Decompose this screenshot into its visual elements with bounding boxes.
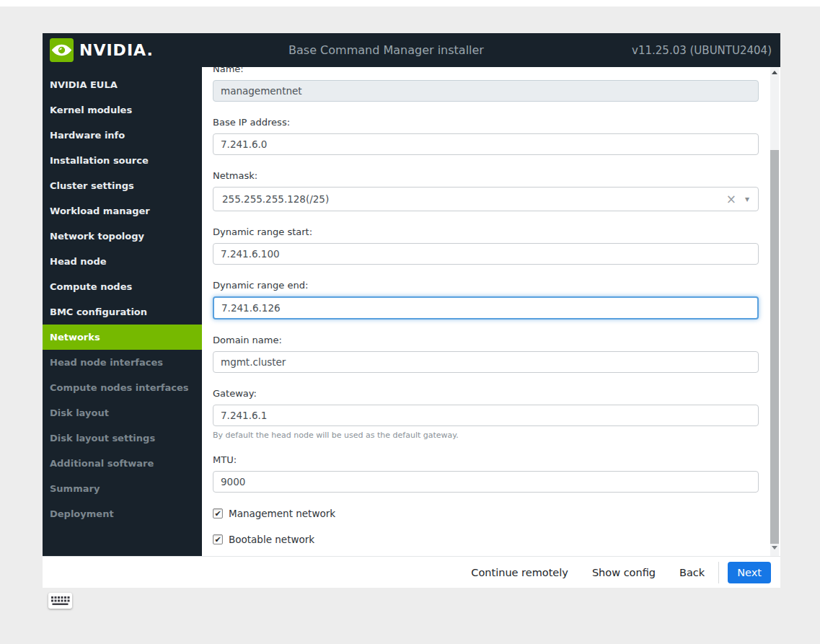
clear-icon[interactable]: × [726, 193, 736, 206]
name-input [213, 80, 759, 102]
app-version: v11.25.03 (UBUNTU2404) [632, 44, 772, 57]
mtu-label: MTU: [213, 454, 759, 465]
netmask-value: 255.255.255.128(/25) [222, 193, 726, 205]
field-dynamic-range-end: Dynamic range end: [213, 280, 759, 319]
dynamic-range-end-input[interactable] [213, 296, 759, 319]
management-network-checkbox[interactable]: ✔ [213, 508, 223, 519]
header-bar: NVIDIA. Base Command Manager installer v… [43, 33, 780, 67]
sidebar-item-summary[interactable]: Summary [43, 476, 202, 501]
scrollbar-thumb[interactable] [770, 150, 779, 544]
sidebar-item-head-node-interfaces[interactable]: Head node interfaces [43, 350, 202, 375]
chevron-down-icon[interactable]: ▾ [745, 195, 749, 203]
gateway-input[interactable] [213, 405, 759, 426]
field-gateway: Gateway: By default the head node will b… [213, 388, 759, 440]
bootable-network-label: Bootable network [229, 534, 314, 545]
domain-name-label: Domain name: [213, 335, 759, 345]
sidebar-item-deployment[interactable]: Deployment [43, 501, 202, 526]
sidebar-item-workload-manager[interactable]: Workload manager [43, 198, 202, 224]
bootable-network-checkbox[interactable]: ✔ [213, 534, 223, 544]
footer-bar: Continue remotely Show config Back Next [43, 556, 780, 588]
sidebar-item-head-node[interactable]: Head node [43, 249, 202, 274]
vertical-scrollbar[interactable] [770, 67, 779, 556]
continue-remotely-button[interactable]: Continue remotely [471, 567, 568, 578]
gateway-helper-text: By default the head node will be used as… [213, 431, 759, 440]
page-top-strip [0, 0, 820, 6]
name-label: Name: [213, 67, 759, 74]
dynamic-range-start-input[interactable] [213, 243, 759, 265]
scroll-up-icon[interactable] [772, 71, 777, 74]
dynamic-range-end-label: Dynamic range end: [213, 280, 759, 291]
domain-name-input[interactable] [213, 351, 759, 373]
field-domain-name: Domain name: [213, 335, 759, 373]
sidebar-item-kernel-modules[interactable]: Kernel modules [43, 97, 202, 123]
sidebar-item-hardware-info[interactable]: Hardware info [43, 123, 202, 148]
sidebar-nav: NVIDIA EULA Kernel modules Hardware info… [43, 67, 202, 556]
netmask-select[interactable]: 255.255.255.128(/25) × ▾ [213, 187, 759, 211]
netmask-label: Netmask: [213, 170, 759, 181]
footer-divider [718, 562, 719, 583]
sidebar-item-network-topology[interactable]: Network topology [43, 224, 202, 249]
sidebar-item-installation-source[interactable]: Installation source [43, 148, 202, 173]
nvidia-logo: NVIDIA. [50, 38, 154, 62]
sidebar-item-disk-layout[interactable]: Disk layout [43, 400, 202, 425]
nvidia-wordmark: NVIDIA. [79, 41, 154, 59]
scroll-down-icon[interactable] [772, 546, 777, 550]
management-network-label: Management network [229, 508, 335, 519]
main-area: NVIDIA EULA Kernel modules Hardware info… [43, 67, 780, 556]
sidebar-item-compute-nodes-interfaces[interactable]: Compute nodes interfaces [43, 375, 202, 400]
keyboard-glyph-icon [50, 596, 70, 606]
next-button[interactable]: Next [728, 562, 771, 583]
back-button[interactable]: Back [679, 567, 705, 578]
gateway-label: Gateway: [213, 388, 759, 399]
management-network-row: ✔ Management network [213, 508, 759, 519]
sidebar-item-nvidia-eula[interactable]: NVIDIA EULA [43, 72, 202, 97]
app-title: Base Command Manager installer [158, 43, 614, 57]
field-base-ip: Base IP address: [213, 117, 759, 155]
sidebar-item-compute-nodes[interactable]: Compute nodes [43, 274, 202, 299]
sidebar-item-bmc-configuration[interactable]: BMC configuration [43, 299, 202, 325]
on-screen-keyboard-icon[interactable] [48, 593, 72, 609]
mtu-input[interactable] [213, 471, 759, 493]
sidebar-item-additional-software[interactable]: Additional software [43, 451, 202, 476]
base-ip-label: Base IP address: [213, 117, 759, 128]
installer-window: NVIDIA. Base Command Manager installer v… [43, 33, 780, 588]
field-mtu: MTU: [213, 454, 759, 493]
field-netmask: Netmask: 255.255.255.128(/25) × ▾ [213, 170, 759, 211]
sidebar-item-disk-layout-settings[interactable]: Disk layout settings [43, 425, 202, 451]
show-config-button[interactable]: Show config [592, 567, 656, 578]
sidebar-item-networks[interactable]: Networks [43, 325, 202, 350]
nvidia-eye-icon [50, 38, 74, 62]
base-ip-input[interactable] [213, 133, 759, 155]
network-settings-form: Name: Base IP address: Netmask: 255.255.… [202, 67, 780, 556]
dynamic-range-start-label: Dynamic range start: [213, 226, 759, 237]
sidebar-item-cluster-settings[interactable]: Cluster settings [43, 173, 202, 198]
bootable-network-row: ✔ Bootable network [213, 534, 759, 545]
field-name: Name: [213, 67, 759, 102]
field-dynamic-range-start: Dynamic range start: [213, 226, 759, 265]
